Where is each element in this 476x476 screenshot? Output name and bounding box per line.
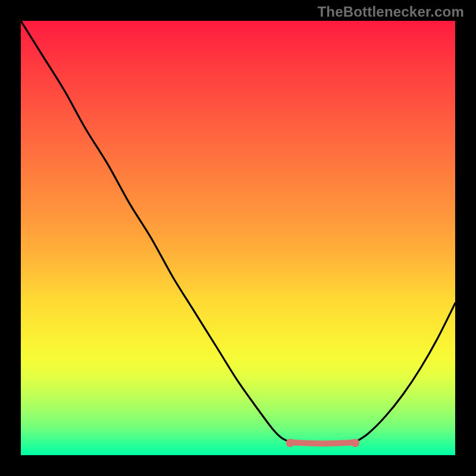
curve-layer xyxy=(21,21,455,455)
watermark-text: TheBottlenecker.com xyxy=(317,4,464,20)
optimal-range-highlight xyxy=(290,442,355,443)
optimal-range-start-dot xyxy=(286,439,295,447)
chart-frame: TheBottlenecker.com xyxy=(0,0,476,476)
left-descending-curve xyxy=(21,21,290,442)
plot-area xyxy=(21,21,455,455)
optimal-range-end-dot xyxy=(351,439,359,447)
right-ascending-curve xyxy=(355,303,455,443)
